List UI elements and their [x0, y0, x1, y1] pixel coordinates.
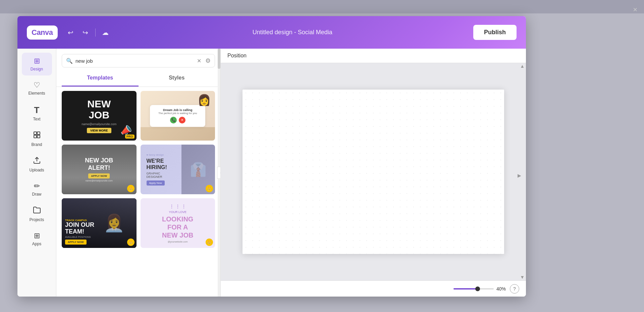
card-4-subtitle: GRAPHICDESIGNER: [147, 172, 167, 178]
card-2-title: Dream Job is calling: [154, 108, 201, 112]
tabs-row: Templates Styles: [56, 70, 220, 87]
template-card-3[interactable]: NEW JOBALERT! APPLY NOW name@emailyoursi…: [62, 145, 137, 194]
template-card-1[interactable]: NEWJOB name@emailyoursite.com VIEW MORE …: [62, 91, 137, 141]
search-icon: 🔍: [66, 58, 73, 64]
design-title: Untitled design - Social Media: [253, 29, 332, 36]
card-4-button: Apply Now: [147, 180, 165, 186]
sidebar-item-projects[interactable]: Projects: [22, 202, 52, 226]
app-window: Canva ↩ ↪ ☁ Untitled design - Social Med…: [17, 16, 526, 297]
canvas-header: Position: [221, 49, 526, 63]
collapse-panel-button[interactable]: ‹: [217, 167, 221, 179]
zoom-slider[interactable]: [453, 288, 494, 290]
top-bar-left: Canva ↩ ↪ ☁: [27, 25, 112, 40]
card-3-content: NEW JOBALERT! APPLY NOW name@emailyoursi…: [85, 157, 113, 182]
main-content: ⊞ Design ♡ Elements T Text: [17, 49, 526, 297]
card-3-subtitle: name@emailyoursite.com: [85, 179, 113, 182]
card-1-pro-badge: PRO: [125, 135, 135, 139]
card-6-crown: 👑: [206, 239, 213, 246]
design-icon: ⊞: [34, 57, 40, 65]
sidebar-label-uploads: Uploads: [29, 168, 44, 172]
card-3-crown: 👑: [127, 185, 135, 192]
search-area: 🔍 ✕ ⚙: [56, 49, 220, 70]
sidebar-item-design[interactable]: ⊞ Design: [22, 53, 52, 75]
divider: [95, 29, 96, 37]
projects-icon: [33, 206, 41, 216]
sidebar-label-apps: Apps: [32, 242, 41, 246]
card-4-content: ● fancy design WE'REHIRING! GRAPHICDESIG…: [144, 151, 170, 188]
sidebar-label-draw: Draw: [32, 192, 41, 197]
text-icon: T: [34, 105, 40, 115]
card-1-subtitle: name@emailyoursite.com: [82, 122, 116, 126]
sidebar-item-apps[interactable]: ⊞ Apps: [22, 227, 52, 250]
card-2-buttons: 📞 ✕: [154, 117, 201, 123]
elements-icon: ♡: [34, 81, 40, 90]
canvas-dotted-bg: [243, 90, 504, 254]
sidebar-label-projects: Projects: [30, 217, 44, 222]
svg-rect-2: [34, 135, 37, 138]
card-1-button: VIEW MORE: [87, 128, 111, 133]
tab-styles[interactable]: Styles: [139, 70, 215, 87]
publish-button[interactable]: Publish: [473, 25, 517, 40]
search-clear-button[interactable]: ✕: [197, 58, 201, 64]
card-3-title: NEW JOBALERT!: [85, 157, 113, 171]
sidebar-item-elements[interactable]: ♡ Elements: [22, 77, 52, 100]
card-6-title: LOOKINGFOR ANEW JOB: [162, 215, 193, 239]
card-2-person-icon: 👩: [198, 94, 211, 106]
sidebar-item-brand[interactable]: Brand: [22, 127, 52, 151]
template-card-2[interactable]: 👩 Dream Job is calling The perfect job i…: [141, 91, 215, 141]
sidebar-label-brand: Brand: [31, 142, 42, 147]
canvas-area: Position ▲ ▼ ▶ 40%: [221, 49, 526, 297]
template-card-5[interactable]: 👩‍💼 TRACK CAMPUS JOIN OURTEAM! AVAILABLE…: [62, 198, 137, 248]
canvas-bottom: 40% ?: [221, 280, 526, 297]
templates-panel: 🔍 ✕ ⚙ Templates Styles NEWJOB name@email…: [56, 49, 221, 297]
position-label: Position: [227, 53, 247, 58]
zoom-slider-thumb[interactable]: [475, 287, 480, 291]
help-button[interactable]: ?: [510, 284, 519, 294]
card-4-tag: ● fancy design: [147, 153, 167, 156]
redo-button[interactable]: ↪: [79, 26, 92, 39]
search-input[interactable]: [75, 58, 194, 64]
canvas-viewport: [221, 63, 526, 280]
card-2-decline-btn: ✕: [179, 117, 185, 123]
card-5-button: APPLY NOW: [65, 240, 87, 245]
undo-button[interactable]: ↩: [64, 26, 77, 39]
card-4-title: WE'REHIRING!: [147, 158, 167, 170]
card-3-button: APPLY NOW: [88, 173, 110, 178]
apps-icon: ⊞: [34, 231, 40, 240]
template-grid: NEWJOB name@emailyoursite.com VIEW MORE …: [56, 87, 220, 297]
card-1-title: NEWJOB: [87, 98, 111, 120]
draw-icon: ✏: [34, 182, 40, 191]
template-card-4[interactable]: ● fancy design WE'REHIRING! GRAPHICDESIG…: [141, 145, 215, 194]
card-2-subtitle: The perfect job is waiting for you: [154, 112, 201, 115]
svg-rect-3: [37, 135, 40, 138]
zoom-label: 40%: [496, 286, 506, 292]
card-2-inner: Dream Job is calling The perfect job is …: [150, 105, 205, 127]
uploads-icon: [33, 156, 41, 166]
top-bar-right: Publish: [473, 25, 517, 40]
sidebar-label-elements: Elements: [28, 91, 45, 96]
card-6-tag: YOUR LOVE: [169, 210, 186, 214]
canvas-page[interactable]: [243, 90, 504, 254]
card-5-content: TRACK CAMPUS JOIN OURTEAM! AVAILABLE POS…: [65, 219, 133, 245]
close-button[interactable]: ×: [633, 5, 637, 14]
top-bar-actions: ↩ ↪ ☁: [64, 26, 112, 39]
card-6-dots: ⋮ ⋮ ⋮: [169, 204, 186, 209]
canva-logo[interactable]: Canva: [27, 25, 58, 40]
sidebar-label-design: Design: [31, 67, 43, 71]
template-card-6[interactable]: ⋮ ⋮ ⋮ YOUR LOVE LOOKINGFOR ANEW JOB @you…: [141, 198, 215, 248]
card-5-title: JOIN OURTEAM!: [65, 222, 133, 235]
sidebar-item-draw[interactable]: ✏ Draw: [22, 178, 52, 201]
tab-templates[interactable]: Templates: [62, 70, 139, 87]
svg-rect-0: [34, 132, 37, 135]
card-2-accept-btn: 📞: [170, 117, 177, 123]
card-4-crown: 👑: [206, 185, 213, 192]
save-cloud-button[interactable]: ☁: [99, 26, 112, 39]
card-6-subtitle: @yourwebsite.com: [168, 241, 188, 243]
sidebar-item-text[interactable]: T Text: [22, 101, 52, 125]
sidebar-item-uploads[interactable]: Uploads: [22, 152, 52, 176]
card-2-bg: [141, 127, 215, 141]
search-filter-button[interactable]: ⚙: [205, 57, 211, 64]
panel-scrollbar-thumb[interactable]: [218, 49, 220, 69]
sidebar: ⊞ Design ♡ Elements T Text: [17, 49, 56, 297]
card-5-subtitle: AVAILABLE POSITIONS: [65, 236, 133, 238]
